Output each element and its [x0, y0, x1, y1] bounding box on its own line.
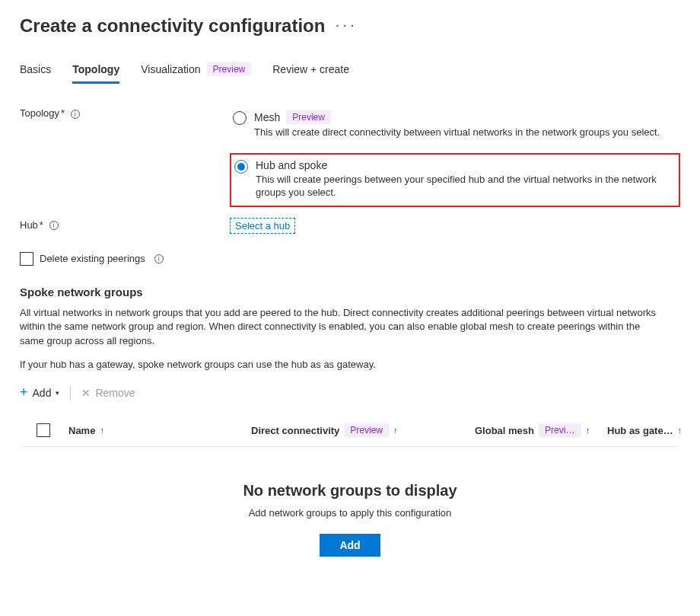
tab-visualization-label: Visualization	[141, 63, 200, 75]
radio-input-mesh[interactable]	[233, 111, 247, 125]
sort-up-icon: ↑	[678, 426, 680, 435]
mesh-label: Mesh Preview	[254, 110, 677, 124]
tab-basics-label: Basics	[20, 63, 51, 75]
preview-badge: Preview	[207, 62, 252, 76]
column-direct-connectivity[interactable]: Direct connectivity Preview ↑	[251, 423, 469, 437]
sort-up-icon: ↑	[586, 426, 590, 435]
empty-state: No network groups to display Add network…	[20, 482, 680, 557]
delete-peerings-label: Delete existing peerings	[40, 253, 145, 264]
required-asterisk: *	[40, 219, 43, 231]
spoke-heading: Spoke network groups	[20, 286, 680, 298]
chevron-down-icon: ▾	[56, 389, 59, 397]
close-icon: ✕	[81, 387, 91, 399]
column-name[interactable]: Name ↑	[68, 425, 245, 436]
empty-subtitle: Add network groups to apply this configu…	[20, 507, 680, 519]
sort-up-icon: ↑	[393, 426, 398, 435]
topology-field: Topology* i Mesh Preview This will creat…	[20, 106, 680, 207]
spoke-description-1: All virtual networks in network groups t…	[20, 306, 659, 349]
delete-peerings-row: Delete existing peerings i	[20, 252, 680, 266]
plus-icon: +	[20, 385, 28, 401]
tab-review-create[interactable]: Review + create	[272, 58, 349, 84]
tab-visualization[interactable]: Visualization Preview	[141, 58, 251, 84]
hub-field: Hub* i Select a hub	[20, 218, 680, 234]
radio-mesh[interactable]: Mesh Preview This will create direct con…	[230, 106, 680, 145]
hub-label: Hub* i	[20, 218, 230, 231]
tab-bar: Basics Topology Visualization Preview Re…	[20, 58, 680, 85]
radio-input-hub-spoke[interactable]	[234, 160, 248, 174]
tab-basics[interactable]: Basics	[20, 58, 51, 84]
info-icon[interactable]: i	[71, 110, 80, 119]
info-icon[interactable]: i	[154, 254, 164, 263]
select-all-checkbox[interactable]	[37, 423, 50, 437]
topology-label: Topology* i	[20, 106, 230, 119]
tab-topology[interactable]: Topology	[72, 58, 119, 84]
page-title-text: Create a connectivity configuration	[20, 15, 325, 37]
remove-button: ✕ Remove	[81, 387, 135, 399]
hub-spoke-description: This will create peerings between your s…	[256, 173, 676, 199]
add-button[interactable]: + Add ▾	[20, 385, 59, 401]
column-hub-as-gateway[interactable]: Hub as gate… ↑	[607, 425, 680, 436]
select-hub-link[interactable]: Select a hub	[230, 218, 295, 234]
remove-label: Remove	[95, 387, 135, 399]
toolbar-divider	[70, 386, 71, 400]
delete-peerings-checkbox[interactable]	[20, 252, 33, 266]
radio-hub-spoke[interactable]: Hub and spoke This will create peerings …	[231, 155, 679, 206]
more-icon[interactable]: · · ·	[336, 20, 354, 32]
selected-option-highlight: Hub and spoke This will create peerings …	[230, 153, 680, 207]
preview-badge: Preview	[344, 423, 389, 437]
empty-add-button[interactable]: Add	[320, 534, 380, 557]
empty-title: No network groups to display	[20, 482, 680, 500]
page-title: Create a connectivity configuration · · …	[20, 15, 680, 37]
info-icon[interactable]: i	[49, 221, 59, 230]
hub-spoke-label: Hub and spoke	[256, 159, 676, 171]
table-header-row: Name ↑ Direct connectivity Preview ↑ Glo…	[20, 416, 680, 447]
radio-dot-icon	[237, 163, 245, 171]
list-toolbar: + Add ▾ ✕ Remove	[20, 385, 680, 401]
tab-topology-label: Topology	[72, 63, 119, 75]
tab-review-label: Review + create	[272, 63, 349, 75]
spoke-description-2: If your hub has a gateway, spoke network…	[20, 358, 659, 372]
preview-badge: Previe…	[539, 423, 581, 437]
column-global-mesh[interactable]: Global mesh Previe… ↑	[475, 423, 601, 437]
preview-badge: Preview	[286, 110, 331, 124]
add-label: Add	[33, 387, 52, 399]
mesh-description: This will create direct connectivity bet…	[254, 126, 677, 139]
required-asterisk: *	[61, 107, 65, 119]
sort-up-icon: ↑	[100, 426, 104, 435]
